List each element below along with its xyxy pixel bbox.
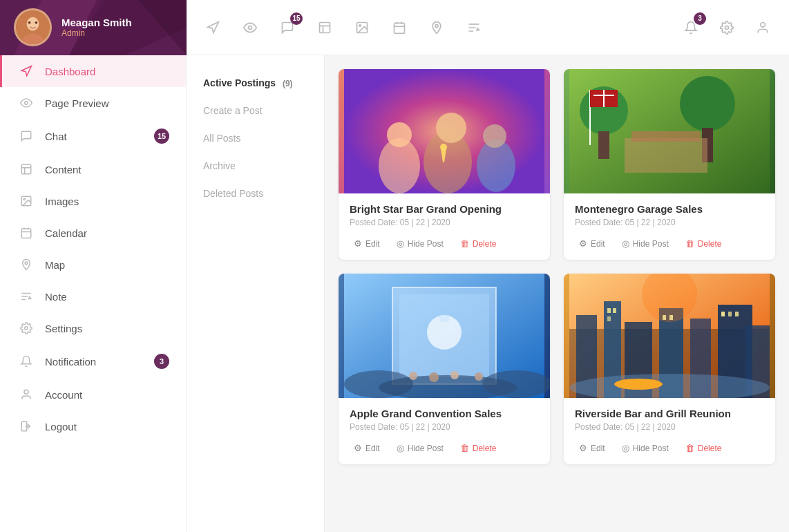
post-body-0: Bright Star Bar Grand Opening Posted Dat…: [339, 193, 550, 260]
notification-toolbar-icon[interactable]: 3: [678, 15, 703, 40]
svg-rect-24: [21, 164, 31, 174]
sub-nav-archive[interactable]: Archive: [187, 152, 324, 180]
sub-nav-all-posts[interactable]: All Posts: [187, 124, 324, 152]
top-bar: Meagan Smith Admin 15: [0, 0, 789, 55]
hide-icon-0: ◎: [397, 238, 404, 249]
post-date-0: Posted Date: 05 | 22 | 2020: [350, 218, 539, 227]
sidebar-item-page-preview[interactable]: Page Preview: [0, 87, 186, 119]
announcement-icon[interactable]: [200, 15, 225, 40]
delete-icon-0: 🗑: [460, 238, 469, 249]
profile-info: Meagan Smith Admin: [61, 17, 132, 38]
svg-point-46: [440, 144, 447, 151]
sidebar-item-notification[interactable]: Notification 3: [0, 344, 186, 379]
active-postings-label: Active Postings: [203, 77, 276, 88]
edit-button-0[interactable]: ⚙ Edit: [350, 236, 384, 251]
post-image-1: [564, 69, 775, 193]
sidebar-item-calendar[interactable]: Calendar: [0, 217, 186, 249]
page-preview-icon: [19, 97, 34, 109]
edit-icon-2: ⚙: [354, 443, 362, 453]
avatar: [14, 8, 52, 46]
edit-icon-1: ⚙: [579, 238, 587, 249]
sidebar-item-dashboard[interactable]: Dashboard: [0, 55, 186, 87]
all-posts-label: All Posts: [203, 133, 240, 144]
edit-button-1[interactable]: ⚙ Edit: [575, 236, 609, 251]
svg-point-80: [614, 379, 663, 390]
sidebar-item-images[interactable]: Images: [0, 185, 186, 217]
images-label: Images: [45, 196, 79, 207]
post-card-3: Riverside Bar and Grill Reunion Posted D…: [564, 274, 775, 464]
map-label: Map: [45, 259, 65, 271]
edit-icon-0: ⚙: [354, 238, 362, 249]
calendar-label: Calendar: [45, 227, 87, 239]
delete-icon-3: 🗑: [685, 443, 694, 453]
svg-rect-82: [607, 308, 611, 313]
active-postings-count: (9): [283, 79, 293, 88]
hide-button-3[interactable]: ◎ Hide Post: [618, 440, 673, 456]
note-label: Note: [45, 291, 67, 303]
delete-button-1[interactable]: 🗑 Delete: [681, 236, 726, 251]
hide-button-0[interactable]: ◎ Hide Post: [392, 236, 448, 251]
settings-label: Settings: [45, 323, 82, 334]
edit-button-3[interactable]: ⚙ Edit: [575, 440, 609, 456]
edit-button-2[interactable]: ⚙ Edit: [350, 440, 384, 456]
svg-rect-87: [721, 312, 725, 316]
svg-rect-10: [320, 22, 330, 32]
svg-point-50: [680, 76, 735, 131]
images-toolbar-icon[interactable]: [350, 15, 374, 40]
svg-point-22: [761, 22, 766, 27]
edit-icon-3: ⚙: [579, 443, 587, 453]
delete-button-3[interactable]: 🗑 Delete: [681, 440, 726, 456]
svg-point-67: [429, 372, 439, 382]
sidebar-item-note[interactable]: Note: [0, 281, 186, 312]
sidebar-item-map[interactable]: Map: [0, 249, 186, 281]
post-date-3: Posted Date: 05 | 22 | 2020: [575, 422, 764, 432]
sub-nav-deleted-posts[interactable]: Deleted Posts: [187, 180, 324, 207]
sidebar-item-chat[interactable]: Chat 15: [0, 119, 186, 153]
chat-toolbar-icon[interactable]: 15: [275, 15, 300, 40]
logout-icon: [19, 420, 34, 433]
svg-rect-49: [598, 131, 609, 159]
svg-marker-3: [138, 0, 187, 55]
hide-icon-1: ◎: [622, 238, 629, 249]
post-body-3: Riverside Bar and Grill Reunion Posted D…: [564, 398, 775, 464]
post-date-1: Posted Date: 05 | 22 | 2020: [575, 218, 764, 227]
content-nav-icon: [19, 163, 34, 175]
post-title-0: Bright Star Bar Grand Opening: [350, 203, 539, 215]
sidebar-item-account[interactable]: Account: [0, 379, 186, 410]
content-icon[interactable]: [312, 15, 337, 40]
archive-label: Archive: [203, 160, 236, 171]
svg-rect-53: [631, 131, 701, 142]
hide-button-2[interactable]: ◎ Hide Post: [392, 440, 448, 456]
content-area: Active Postings (9) Create a Post All Po…: [187, 55, 789, 532]
sub-nav-create-post[interactable]: Create a Post: [187, 97, 324, 124]
svg-point-33: [25, 262, 28, 265]
dashboard-label: Dashboard: [45, 66, 95, 77]
chat-toolbar-badge: 15: [290, 12, 303, 25]
svg-point-44: [483, 124, 506, 148]
page-preview-label: Page Preview: [45, 97, 109, 109]
calendar-toolbar-icon[interactable]: [387, 15, 412, 40]
note-toolbar-icon[interactable]: [462, 15, 486, 40]
svg-point-36: [24, 390, 28, 394]
sidebar-item-settings[interactable]: Settings: [0, 312, 186, 344]
post-image-0: [339, 69, 550, 193]
preview-icon[interactable]: [238, 15, 263, 40]
account-toolbar-icon[interactable]: [750, 15, 775, 40]
delete-button-2[interactable]: 🗑 Delete: [456, 440, 501, 456]
hide-button-1[interactable]: ◎ Hide Post: [618, 236, 673, 251]
svg-point-21: [725, 26, 729, 29]
posts-area: Bright Star Bar Grand Opening Posted Dat…: [325, 55, 789, 532]
delete-button-0[interactable]: 🗑 Delete: [456, 236, 501, 251]
post-card-1: Montenegro Garage Sales Posted Date: 05 …: [564, 69, 775, 260]
sub-nav-active-postings[interactable]: Active Postings (9): [187, 69, 324, 97]
sidebar-item-logout[interactable]: Logout: [0, 410, 186, 442]
svg-point-65: [482, 370, 550, 398]
svg-rect-83: [613, 308, 616, 313]
sidebar-item-content[interactable]: Content: [0, 153, 186, 185]
map-toolbar-icon[interactable]: [424, 15, 449, 40]
svg-point-42: [436, 113, 466, 143]
settings-toolbar-icon[interactable]: [714, 15, 739, 40]
account-label: Account: [45, 389, 82, 401]
posts-grid: Bright Star Bar Grand Opening Posted Dat…: [339, 69, 775, 464]
chat-label: Chat: [45, 131, 67, 142]
